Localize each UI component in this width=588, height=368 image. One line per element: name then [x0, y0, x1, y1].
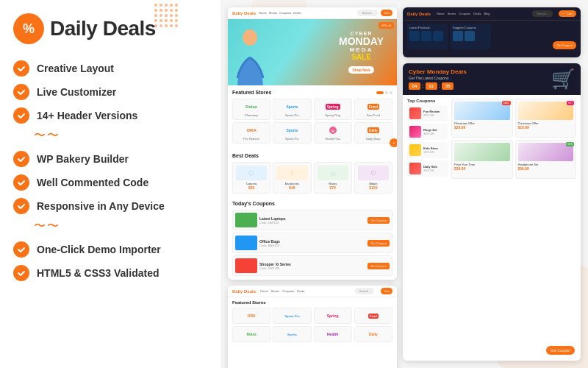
feature-item: HTML5 & CSS3 Validated: [13, 265, 206, 281]
countdown-minutes: 12: [426, 82, 437, 90]
coupon-item-2: Shopper Xi Series Code: SHO789 Get Coupo…: [232, 255, 392, 276]
feature-bullet-4: [13, 174, 29, 191]
cyber-header-text: Cyber Monday Deals Get The Latest Coupon…: [409, 68, 467, 90]
feature-bullet-6: [13, 241, 29, 258]
mockup-topnav: Daily Deals Home Stores Coupons Deals Se…: [228, 7, 397, 19]
svg-point-0: [243, 29, 257, 46]
coupon-card-info-1: Rings Set 30% Off: [423, 128, 437, 135]
feature-bullet-3: [13, 151, 29, 167]
sm-nav: Home Stores Coupons Deals: [260, 289, 351, 293]
coupon-color-0: [409, 107, 421, 119]
deals-grid: Camera $99 Earphones $49 S: [232, 162, 392, 194]
feature-list: Creative Layout Live Customizer 14+ Head…: [13, 60, 206, 281]
carousel-next-btn[interactable]: ›: [390, 138, 397, 147]
product-card-0: SALE Christmas Offer $29.99: [451, 99, 513, 138]
store-card-0: Relax Pharmacy: [232, 99, 270, 120]
store-card-3: Food Fast Food: [354, 99, 392, 120]
feature-bullet-1: [13, 84, 29, 100]
coupon-card-1: Rings Set 30% Off: [407, 124, 448, 140]
svg-text:H: H: [331, 129, 334, 133]
deal-card-3: Watch $129: [354, 162, 392, 194]
product-card-3: NEW Headphone Set $59.99: [515, 140, 577, 179]
sm-store-card-6: Health: [314, 326, 352, 342]
get-coupon-btn-0[interactable]: Get Coupon: [368, 217, 390, 224]
dark-nav-items: Home Stores Coupons Deals Blog: [437, 12, 526, 15]
feature-bullet-7: [13, 265, 29, 281]
dark-product-1: [421, 31, 431, 41]
get-coupon-btn-2[interactable]: Get Coupon: [368, 263, 390, 269]
sm-header: Daily Deals Home Stores Coupons Deals Se…: [228, 286, 397, 297]
store-card-7: Daily Daily Shop: [354, 122, 392, 144]
store-card-2: Spring Spring Ping: [314, 99, 352, 120]
cyber-countdown: 04 : 12 : 35: [409, 82, 467, 90]
featured-stores-section: Featured Stores Relax Pharmacy Sports Sp: [228, 85, 397, 149]
store-card-4: ORA Pro Fashion: [232, 122, 270, 144]
product-img-1: [518, 102, 574, 120]
product-grid: SALE Christmas Offer $29.99 HOT Christma…: [451, 99, 576, 179]
sm-store-card-5: Sports: [273, 326, 311, 342]
right-panel: Daily Deals Home Stores Coupons Deals Se…: [220, 0, 588, 368]
brand-name: Daily Deals: [50, 17, 156, 40]
dark-coupon-1: [465, 31, 475, 41]
dark-product-row: [409, 31, 445, 41]
dark-search[interactable]: Search...: [532, 10, 553, 17]
feature-bullet-2: [13, 107, 29, 124]
dark-getcoupon-btn[interactable]: Get Coupon: [553, 41, 576, 49]
sm-content: Featured Stores ORA Sports Pro Spring Fo…: [228, 297, 397, 348]
second-mockup-screen: Daily Deals Home Stores Coupons Deals Se…: [228, 286, 397, 368]
sm-store-card-1: Sports Pro: [273, 308, 311, 324]
dark-coupon-0: [453, 31, 463, 41]
svg-point-6: [373, 172, 374, 174]
coupon-color-2: [409, 144, 421, 156]
left-panel: % Daily Deals Creative Layout Live Custo…: [0, 0, 220, 368]
brand-icon: %: [13, 13, 44, 44]
feature-item: Well Commented Code: [13, 174, 206, 191]
feature-item: 14+ Header Versions: [13, 107, 206, 124]
hero-text: Cyber MONDAY MEGA SALE Shop Now: [339, 31, 384, 74]
mockup-logo: Daily Deals: [232, 11, 256, 15]
coupon-thumb-0: [235, 213, 257, 227]
cyber-subtitle: Get The Latest Coupons: [409, 76, 467, 80]
dark-content: Latest Products Suggest Coupons: [403, 21, 581, 52]
cyber-cart-icon: 🛒: [551, 68, 575, 91]
feature-item: Creative Layout: [13, 60, 206, 77]
today-coupons-title: Today's Coupons: [232, 201, 275, 206]
sm-store-card-2: Spring: [314, 308, 352, 324]
sm-store-card-7: Daily: [354, 326, 392, 342]
dark-cart-btn[interactable]: 🛒 Cart: [559, 10, 576, 17]
deal-badge: 40% off: [379, 22, 395, 29]
top-coupons-label: Top Coupons: [407, 99, 448, 103]
feature-bullet-0: [13, 60, 29, 77]
coupon-card-2: Kids Store 15% Off: [407, 142, 448, 158]
sm-cart-btn[interactable]: Cart: [381, 288, 392, 294]
countdown-hours: 04: [409, 82, 420, 90]
dark-product-2: [433, 31, 443, 41]
main-mockup-screen: Daily Deals Home Stores Coupons Deals Se…: [228, 7, 397, 280]
dark-product-0: [409, 31, 420, 41]
coupon-card-0: Fun Review 20% Off: [407, 105, 448, 121]
coupon-card-info-2: Kids Store 15% Off: [423, 146, 438, 154]
feature-text-0: Creative Layout: [37, 63, 114, 74]
dark-header-mockup: Daily Deals Home Stores Coupons Deals Bl…: [403, 7, 581, 57]
svg-point-3: [249, 171, 254, 175]
cyber-coupon-btn-container: Get Coupon: [546, 346, 575, 355]
sm-search[interactable]: Search...: [355, 288, 374, 294]
cyber-title: Cyber Monday Deals: [409, 68, 467, 76]
feature-item: WP Bakery Builder: [13, 151, 206, 167]
svg-rect-4: [331, 173, 335, 175]
wavy-line-2: 〜〜: [34, 219, 206, 234]
sm-store-card-3: Food: [354, 308, 392, 324]
get-coupon-cta[interactable]: Get Coupon: [546, 346, 575, 355]
feature-text-3: WP Bakery Builder: [37, 153, 129, 165]
cyber-deals-mockup: Cyber Monday Deals Get The Latest Coupon…: [403, 63, 581, 361]
feature-text-1: Live Customizer: [37, 86, 116, 98]
deal-card-2: Shoes $79: [314, 162, 352, 194]
best-deals-section: Best Deals Camera $99 Earphones: [228, 149, 397, 197]
coupon-thumb-2: [235, 258, 257, 273]
dark-coupon-row: [453, 31, 489, 41]
feature-text-6: One-Click Demo Importer: [37, 244, 161, 255]
product-img-3: [518, 143, 574, 161]
sm-section-label: Featured Stores: [232, 300, 392, 305]
get-coupon-btn-1[interactable]: Get Coupon: [368, 240, 390, 247]
store-card-6: H Health Plus: [314, 122, 352, 144]
